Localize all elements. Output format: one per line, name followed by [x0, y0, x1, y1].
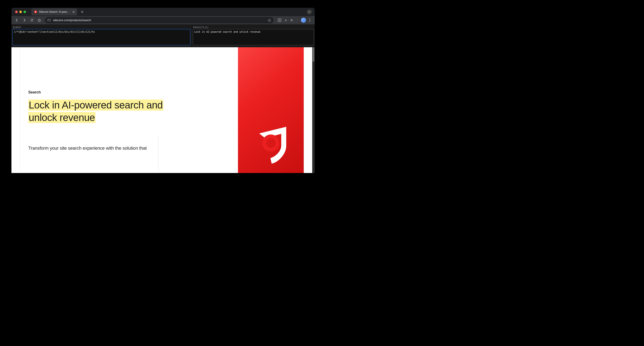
svg-point-4 — [279, 20, 280, 21]
sitecore-favicon-icon — [34, 10, 37, 14]
extensions-group: x — [277, 17, 295, 23]
window-minimize-button[interactable] — [19, 11, 22, 13]
results-text: Lock in AI-powered search and unlock rev… — [194, 30, 260, 33]
eyebrow-label: Search — [28, 90, 41, 95]
tab-title: Sitecore Search: AI-powered — [39, 11, 70, 13]
query-label: QUERY — [12, 26, 190, 29]
browser-toolbar: sitecore.com/products/search x — [12, 16, 315, 24]
svg-rect-2 — [48, 19, 50, 21]
reload-button[interactable] — [28, 17, 35, 24]
query-input[interactable]: //*[@id="content"]/section[1]/div/div/di… — [12, 29, 190, 45]
bookmark-star-icon[interactable] — [268, 18, 271, 22]
page-headline: Lock in AI-powered search andunlock reve… — [28, 99, 163, 124]
browser-window: Sitecore Search: AI-powered — [12, 8, 315, 173]
home-button[interactable] — [36, 17, 43, 24]
toolbar-divider — [297, 18, 297, 22]
body-copy: Transform your site search experience wi… — [28, 146, 147, 151]
sitecore-search-hero-icon — [253, 123, 292, 165]
page-viewport: SITECORE Explore Products & Services Par… — [12, 47, 315, 173]
results-label: RESULTS (1) — [193, 26, 314, 29]
url-text: sitecore.com/products/search — [53, 19, 266, 22]
page-content-inner: Search Lock in AI-powered search andunlo… — [20, 47, 304, 173]
forward-button[interactable] — [21, 17, 28, 24]
tab-close-button[interactable] — [72, 11, 75, 13]
extensions-puzzle-icon[interactable] — [289, 17, 295, 23]
scroll-thumb[interactable] — [313, 47, 314, 62]
browser-menu-button[interactable] — [307, 17, 313, 23]
query-panel: QUERY //*[@id="content"]/section[1]/div/… — [12, 26, 190, 45]
tabs-dropdown-button[interactable] — [307, 9, 312, 14]
hero-red-panel — [238, 47, 304, 173]
new-tab-button[interactable] — [79, 9, 85, 15]
svg-point-5 — [309, 19, 310, 19]
window-close-button[interactable] — [15, 11, 18, 13]
vertical-scrollbar[interactable] — [312, 47, 315, 173]
extension-button-1[interactable] — [277, 17, 282, 23]
window-controls — [14, 11, 28, 13]
window-zoom-button[interactable] — [24, 11, 26, 13]
svg-point-6 — [309, 20, 310, 21]
content-vertical-divider — [158, 136, 158, 173]
xpath-panel-row: QUERY //*[@id="content"]/section[1]/div/… — [12, 24, 315, 47]
svg-point-1 — [35, 11, 36, 13]
back-button[interactable] — [14, 17, 20, 24]
profile-avatar[interactable] — [301, 18, 306, 23]
page-content: Search Lock in AI-powered search andunlo… — [12, 47, 312, 173]
results-panel: RESULTS (1) Lock in AI-powered search an… — [193, 26, 314, 45]
url-bar[interactable]: sitecore.com/products/search — [45, 17, 274, 23]
svg-point-7 — [309, 21, 310, 22]
tab-strip: Sitecore Search: AI-powered — [12, 8, 315, 16]
results-output: Lock in AI-powered search and unlock rev… — [193, 29, 314, 45]
browser-tab[interactable]: Sitecore Search: AI-powered — [32, 8, 77, 16]
site-info-icon[interactable] — [47, 18, 51, 22]
svg-point-16 — [264, 136, 278, 150]
query-text: //*[@id="content"]/section[1]/div/div/di… — [14, 30, 95, 33]
extension-button-2[interactable]: x — [283, 17, 289, 23]
